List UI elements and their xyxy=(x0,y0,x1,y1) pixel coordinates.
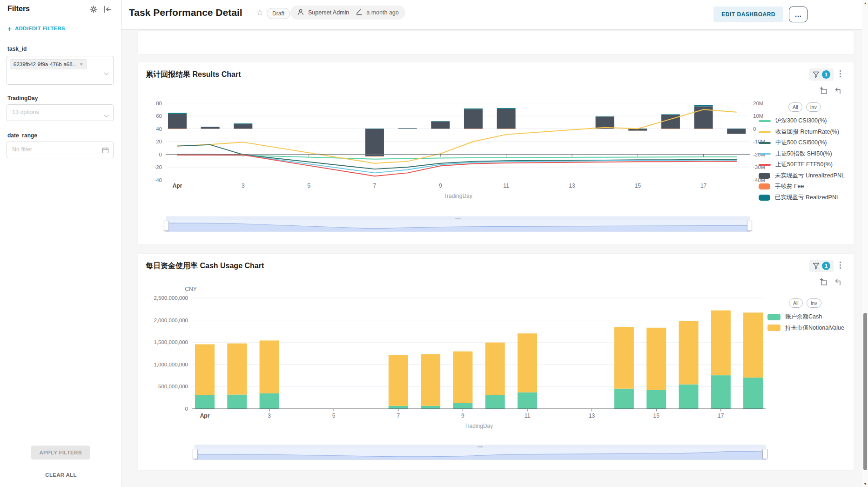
chart-filter-indicator[interactable]: 1 xyxy=(809,260,834,272)
user-icon xyxy=(297,8,304,17)
chevron-down-icon xyxy=(104,111,109,120)
slider-move-handle[interactable] xyxy=(166,216,750,220)
legend-item[interactable]: 手续费 Fee xyxy=(759,181,845,192)
slider-handle-left[interactable] xyxy=(164,221,169,231)
svg-text:15: 15 xyxy=(635,183,641,189)
slider-handle-right[interactable] xyxy=(762,449,767,459)
zoom-reset-icon[interactable] xyxy=(834,87,841,95)
chart-legend: AllInv沪深300 CSI300(%)收益回报 ReturnRate(%)中… xyxy=(759,102,845,203)
legend-toggle-inv[interactable]: Inv xyxy=(806,102,821,112)
date-range-input[interactable]: No filter xyxy=(7,142,114,158)
slider-track[interactable] xyxy=(195,448,766,460)
svg-text:3: 3 xyxy=(242,183,245,189)
legend-label: 账户余额Cash xyxy=(785,313,822,321)
legend-toggle-all[interactable]: All xyxy=(788,102,802,112)
dashboard-header: Task Performance Detail ☆ Draft Superset… xyxy=(122,0,868,30)
cash-usage-chart-card: 每日资金使用率 Cash Usage Chart 1 CNY2,500,000,… xyxy=(138,254,854,470)
vertical-scrollbar[interactable]: ▲ ▼ xyxy=(862,0,868,487)
legend-label: 收益回报 ReturnRate(%) xyxy=(775,128,839,136)
calendar-icon xyxy=(102,147,109,156)
svg-text:17: 17 xyxy=(718,413,724,419)
apply-filters-button[interactable]: APPLY FILTERS xyxy=(31,446,90,460)
legend-item[interactable]: 收益回报 ReturnRate(%) xyxy=(759,127,845,138)
legend-marker xyxy=(759,195,770,201)
page-title: Task Performance Detail xyxy=(129,7,242,18)
filter-icon xyxy=(813,263,820,270)
gear-icon[interactable] xyxy=(89,5,98,15)
legend-marker xyxy=(759,173,770,179)
owner-chip[interactable]: Superset Admin a month ago xyxy=(290,6,405,20)
kebab-icon[interactable] xyxy=(838,69,842,81)
remove-tag-icon[interactable]: × xyxy=(80,61,83,68)
slider-track[interactable] xyxy=(166,220,750,232)
scroll-up-icon[interactable]: ▲ xyxy=(862,1,868,5)
svg-text:5: 5 xyxy=(332,413,336,419)
svg-text:40: 40 xyxy=(156,126,162,132)
filter-count-badge: 1 xyxy=(822,70,830,79)
selected-task-id-tag[interactable]: 6239fb42-9f9a-476b-a68... × xyxy=(10,59,87,69)
add-edit-filters-button[interactable]: + ADD/EDIT FILTERS xyxy=(7,26,65,31)
slider-handle-left[interactable] xyxy=(193,449,198,459)
legend-item[interactable]: 中证500 CSI500(%) xyxy=(759,137,845,149)
legend-marker xyxy=(767,325,781,331)
time-range-slider[interactable] xyxy=(166,216,750,232)
svg-text:0: 0 xyxy=(185,406,188,412)
slider-handle-right[interactable] xyxy=(747,221,752,231)
legend-marker xyxy=(759,164,771,166)
svg-text:7: 7 xyxy=(373,183,377,189)
legend-toggle-inv[interactable]: Inv xyxy=(807,298,821,308)
slider-move-handle[interactable] xyxy=(195,445,766,448)
scrollbar-thumb[interactable] xyxy=(863,313,867,470)
legend-marker xyxy=(767,314,781,320)
filter-sidebar: Filters + ADD/EDIT FILTERS task_id 6239f… xyxy=(0,0,122,487)
cash-usage-chart-plot[interactable]: CNY2,500,000,0002,000,000,0001,500,000,0… xyxy=(138,282,854,436)
legend-item[interactable]: 上证50指数 SHI50(%) xyxy=(759,149,845,160)
last-modified: a month ago xyxy=(366,9,399,16)
legend-label: 已实现盈亏 RealizedPNL xyxy=(775,194,840,202)
svg-text:13: 13 xyxy=(589,413,595,419)
clear-all-button[interactable]: CLEAR ALL xyxy=(0,472,122,478)
more-options-button[interactable]: … xyxy=(789,7,807,22)
edit-icon xyxy=(356,8,363,17)
zoom-select-icon[interactable] xyxy=(820,87,828,95)
legend-item[interactable]: 账户余额Cash xyxy=(767,311,844,323)
chart-title: 累计回报结果 Results Chart xyxy=(146,70,241,80)
edit-dashboard-button[interactable]: EDIT DASHBOARD xyxy=(713,7,783,22)
filter-label-tradingday: TradingDay xyxy=(7,95,38,101)
svg-text:Apr: Apr xyxy=(200,413,210,419)
chart-filter-indicator[interactable]: 1 xyxy=(809,68,834,81)
time-range-slider[interactable] xyxy=(195,445,766,460)
svg-text:20: 20 xyxy=(156,139,162,144)
svg-text:0: 0 xyxy=(753,126,756,132)
results-chart-card: 累计回报结果 Results Chart 1 8020M6010M40020-1… xyxy=(138,62,854,244)
svg-text:TradingDay: TradingDay xyxy=(464,423,493,429)
legend-marker xyxy=(759,142,771,144)
svg-text:2,000,000,000: 2,000,000,000 xyxy=(154,318,188,323)
legend-label: 持仓市值NotionalValue xyxy=(785,324,844,332)
legend-item[interactable]: 持仓市值NotionalValue xyxy=(767,323,844,334)
svg-text:17: 17 xyxy=(700,183,707,189)
kebab-icon[interactable] xyxy=(838,260,842,272)
svg-text:80: 80 xyxy=(156,101,162,106)
legend-toggle-all[interactable]: All xyxy=(789,298,803,308)
task-id-multiselect[interactable]: 6239fb42-9f9a-476b-a68... × xyxy=(7,56,114,85)
legend-item[interactable]: 已实现盈亏 RealizedPNL xyxy=(759,192,845,203)
chevron-down-icon xyxy=(104,69,109,77)
svg-text:13: 13 xyxy=(569,183,575,189)
svg-text:9: 9 xyxy=(439,183,442,189)
star-icon[interactable]: ☆ xyxy=(256,7,263,18)
collapse-icon[interactable] xyxy=(103,5,112,15)
tradingday-select[interactable]: 13 options xyxy=(7,104,114,121)
scroll-down-icon[interactable]: ▼ xyxy=(862,482,868,486)
svg-text:3: 3 xyxy=(268,413,271,419)
status-badge: Draft xyxy=(267,8,290,19)
legend-item[interactable]: 未实现盈亏 UnrealizedPNL xyxy=(759,170,845,182)
svg-text:11: 11 xyxy=(525,413,531,419)
legend-item[interactable]: 上证50ETF ETF50(%) xyxy=(759,159,845,170)
svg-text:0: 0 xyxy=(159,152,162,157)
svg-text:11: 11 xyxy=(503,183,509,189)
legend-item[interactable]: 沪深300 CSI300(%) xyxy=(759,115,845,127)
svg-text:1,000,000,000: 1,000,000,000 xyxy=(154,362,188,367)
results-chart-plot[interactable]: 8020M6010M40020-10M0-20M-20-30M-40-40MAp… xyxy=(138,100,854,203)
filter-label-date-range: date_range xyxy=(7,132,37,139)
